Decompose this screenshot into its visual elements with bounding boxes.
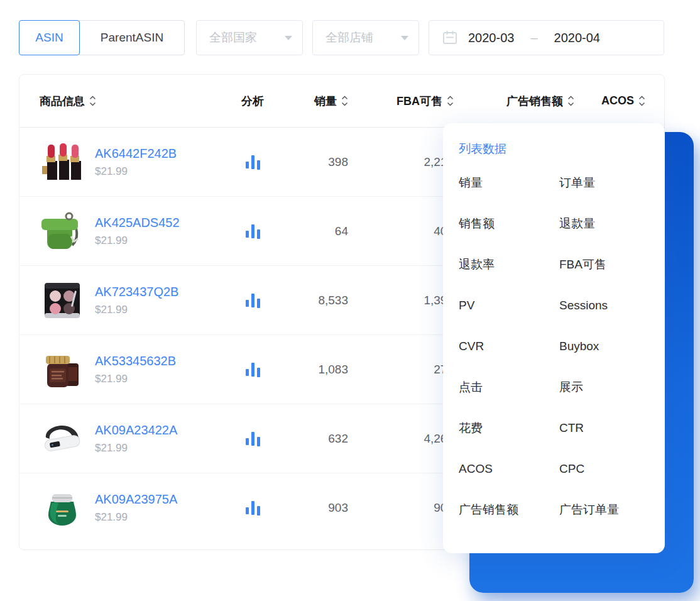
popover-item-cvr[interactable]: CVR bbox=[459, 339, 559, 353]
analysis-chart-button[interactable] bbox=[231, 361, 274, 378]
popover-item-row: 点击 展示 bbox=[459, 367, 650, 407]
fba-value: 1,393 bbox=[348, 294, 454, 307]
product-image-smart-band bbox=[40, 416, 85, 461]
product-price: $21.99 bbox=[95, 442, 177, 455]
analysis-chart-button[interactable] bbox=[231, 431, 274, 447]
sales-value: 398 bbox=[274, 155, 348, 169]
fba-value: 403 bbox=[348, 224, 454, 238]
list-data-popover: 列表数据 销量 订单量 销售额 退款量 退款率 FBA可售 PV Session… bbox=[443, 123, 665, 553]
sort-icon bbox=[341, 96, 348, 106]
col-header-label: ACOS bbox=[601, 94, 634, 108]
popover-item-refund-qty[interactable]: 退款量 bbox=[559, 216, 595, 232]
asin-link[interactable]: AK53345632B bbox=[95, 354, 176, 368]
fba-value: 4,263 bbox=[348, 432, 454, 446]
date-range-picker[interactable]: 2020-03 – 2020-04 bbox=[429, 20, 664, 55]
popover-item-ad-orders[interactable]: 广告订单量 bbox=[559, 502, 619, 518]
asin-link[interactable]: AK6442F242B bbox=[95, 146, 177, 161]
country-select[interactable]: 全部国家 bbox=[196, 20, 303, 55]
analysis-chart-button[interactable] bbox=[231, 154, 274, 170]
popover-item-clicks[interactable]: 点击 bbox=[459, 379, 559, 395]
product-image-lipstick-set bbox=[40, 140, 85, 185]
col-header-acos[interactable]: ACOS bbox=[574, 94, 645, 108]
bar-chart-icon bbox=[244, 292, 261, 309]
col-header-product[interactable]: 商品信息 bbox=[40, 94, 231, 109]
product-image-eyeshadow-palette bbox=[40, 278, 85, 323]
bar-chart-icon bbox=[244, 431, 261, 447]
date-start: 2020-03 bbox=[468, 31, 514, 45]
analysis-chart-button[interactable] bbox=[231, 223, 274, 240]
product-price: $21.99 bbox=[95, 234, 180, 247]
popover-item-impressions[interactable]: 展示 bbox=[559, 379, 583, 395]
asin-link[interactable]: AK09A23975A bbox=[95, 492, 177, 507]
shop-select[interactable]: 全部店铺 bbox=[312, 20, 419, 55]
bar-chart-icon bbox=[244, 223, 261, 240]
popover-item-cpc[interactable]: CPC bbox=[559, 462, 584, 476]
product-cell: AK425ADS452 $21.99 bbox=[40, 209, 231, 254]
col-header-label: 广告销售额 bbox=[506, 94, 563, 109]
popover-item-sessions[interactable]: Sessions bbox=[559, 299, 608, 312]
analysis-chart-button[interactable] bbox=[231, 292, 274, 309]
country-select-value: 全部国家 bbox=[209, 30, 285, 46]
popover-item-refund-rate[interactable]: 退款率 bbox=[459, 256, 559, 273]
popover-panel: 列表数据 销量 订单量 销售额 退款量 退款率 FBA可售 PV Session… bbox=[443, 123, 665, 553]
sort-icon bbox=[447, 96, 454, 106]
product-image-green-backpack bbox=[40, 209, 85, 254]
date-end: 2020-04 bbox=[554, 31, 600, 45]
col-header-ad-sales[interactable]: 广告销售额 bbox=[454, 94, 574, 109]
page: ASIN ParentASIN 全部国家 全部店铺 2020-03 – 2020… bbox=[0, 0, 700, 601]
product-price: $21.99 bbox=[95, 373, 176, 385]
product-text: AK425ADS452 $21.99 bbox=[95, 216, 180, 247]
product-cell: AK09A23975A $21.99 bbox=[40, 485, 231, 531]
sort-icon bbox=[567, 96, 574, 106]
popover-title: 列表数据 bbox=[459, 141, 650, 157]
product-text: AK723437Q2B $21.99 bbox=[95, 285, 178, 316]
popover-item-pv[interactable]: PV bbox=[459, 299, 559, 312]
sales-value: 903 bbox=[274, 501, 348, 515]
filter-bar: ASIN ParentASIN 全部国家 全部店铺 2020-03 – 2020… bbox=[0, 0, 700, 60]
fba-value: 905 bbox=[348, 501, 454, 515]
product-cell: AK09A23422A $21.99 bbox=[40, 416, 231, 461]
sort-icon bbox=[638, 96, 645, 106]
col-header-label: 商品信息 bbox=[40, 94, 85, 109]
popover-item-buybox[interactable]: Buybox bbox=[559, 339, 599, 353]
popover-item-ctr[interactable]: CTR bbox=[559, 421, 584, 435]
chevron-down-icon bbox=[285, 36, 292, 40]
popover-item-row: CVR Buybox bbox=[459, 326, 650, 367]
product-text: AK09A23422A $21.99 bbox=[95, 423, 177, 455]
product-image-brown-cream-jar bbox=[40, 347, 85, 392]
col-header-fba[interactable]: FBA可售 bbox=[348, 94, 454, 109]
asin-link[interactable]: AK723437Q2B bbox=[95, 285, 178, 299]
product-image-green-cream-jar bbox=[40, 485, 85, 531]
asin-link[interactable]: AK09A23422A bbox=[95, 423, 177, 438]
fba-value: 276 bbox=[348, 363, 454, 377]
shop-select-value: 全部店铺 bbox=[325, 30, 401, 46]
popover-item-orders[interactable]: 订单量 bbox=[559, 175, 595, 191]
sales-value: 64 bbox=[274, 224, 348, 238]
col-header-label: 分析 bbox=[241, 94, 264, 109]
product-text: AK09A23975A $21.99 bbox=[95, 492, 177, 524]
popover-item-revenue[interactable]: 销售额 bbox=[459, 216, 559, 232]
popover-item-row: 销量 订单量 bbox=[459, 162, 650, 203]
popover-item-row: 广告销售额 广告订单量 bbox=[459, 489, 650, 530]
tab-asin[interactable]: ASIN bbox=[19, 20, 80, 55]
popover-item-row: PV Sessions bbox=[459, 285, 650, 326]
product-cell: AK723437Q2B $21.99 bbox=[40, 278, 231, 323]
analysis-chart-button[interactable] bbox=[231, 500, 274, 516]
popover-item-ad-sales[interactable]: 广告销售额 bbox=[459, 502, 559, 518]
asin-link[interactable]: AK425ADS452 bbox=[95, 216, 180, 230]
calendar-icon bbox=[442, 30, 458, 46]
popover-item-fba[interactable]: FBA可售 bbox=[559, 256, 606, 273]
popover-item-sales[interactable]: 销量 bbox=[459, 175, 559, 191]
tab-parentasin[interactable]: ParentASIN bbox=[79, 20, 185, 55]
product-text: AK6442F242B $21.99 bbox=[95, 146, 177, 178]
product-price: $21.99 bbox=[95, 511, 177, 524]
col-header-sales[interactable]: 销量 bbox=[274, 94, 348, 109]
popover-item-spend[interactable]: 花费 bbox=[459, 420, 559, 436]
popover-item-acos[interactable]: ACOS bbox=[459, 462, 559, 476]
bar-chart-icon bbox=[244, 154, 261, 170]
sales-value: 8,533 bbox=[274, 294, 348, 307]
product-text: AK53345632B $21.99 bbox=[95, 354, 176, 385]
bar-chart-icon bbox=[244, 500, 261, 516]
sales-value: 632 bbox=[274, 432, 348, 446]
popover-item-row: ACOS CPC bbox=[459, 448, 650, 489]
